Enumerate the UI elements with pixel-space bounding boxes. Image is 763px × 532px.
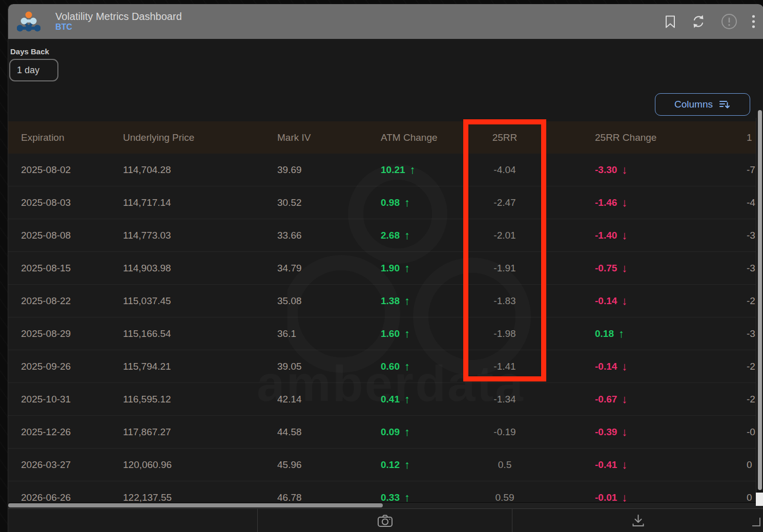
atm-change-cell: 10.21↑ — [381, 154, 416, 186]
info-icon[interactable] — [720, 13, 738, 30]
column-header-expiration[interactable]: Expiration — [21, 121, 65, 154]
underlying-price-cell: 114,704.28 — [123, 154, 171, 186]
expiration-cell: 2025-08-08 — [21, 219, 71, 251]
columns-button[interactable]: Columns — [655, 93, 750, 116]
camera-button[interactable] — [258, 509, 512, 532]
rr25-change-cell: -0.14↓ — [595, 285, 627, 317]
table-row[interactable]: 2025-09-26115,794.2139.050.60↑-1.41-0.14… — [8, 350, 763, 383]
resize-handle-icon[interactable] — [752, 518, 760, 526]
horizontal-scrollbar-thumb[interactable] — [8, 503, 383, 507]
days-back-label: Days Back — [10, 47, 49, 56]
expiration-cell: 2026-03-27 — [21, 449, 71, 481]
scrollbar-corner — [756, 493, 763, 506]
atm-change-cell: 1.38↑ — [381, 285, 410, 317]
down-arrow-icon: ↓ — [622, 393, 627, 406]
column-header-mark-iv[interactable]: Mark IV — [277, 121, 311, 154]
column-header-25rr-change[interactable]: 25RR Change — [595, 121, 656, 154]
rr25-change-cell: 0.18↑ — [595, 317, 624, 350]
mark-iv-cell: 30.52 — [277, 186, 302, 219]
atm-change-cell: 1.60↑ — [381, 317, 410, 350]
table-row[interactable]: 2025-08-22115,037.4535.081.38↑-1.83-0.14… — [8, 285, 763, 317]
up-arrow-icon: ↑ — [618, 327, 624, 341]
table-row[interactable]: 2025-12-26117,867.2744.580.09↑-0.19-0.39… — [8, 416, 763, 449]
down-arrow-icon: ↓ — [622, 360, 627, 373]
mark-iv-cell: 39.05 — [277, 350, 302, 382]
up-arrow-icon: ↑ — [404, 196, 410, 209]
columns-button-label: Columns — [674, 99, 713, 110]
rr25-cell: -1.34 — [463, 383, 546, 415]
vertical-scrollbar-thumb[interactable] — [758, 110, 762, 490]
kebab-menu-icon[interactable] — [752, 14, 755, 29]
up-arrow-icon: ↑ — [404, 294, 410, 308]
atm-change-cell: 0.12↑ — [381, 449, 410, 481]
atm-change-cell: 0.09↑ — [381, 416, 410, 448]
underlying-price-cell: 114,717.14 — [123, 186, 171, 219]
expiration-cell: 2025-12-26 — [21, 416, 71, 448]
expiration-cell: 2025-08-03 — [21, 186, 71, 219]
underlying-price-cell: 120,060.96 — [123, 449, 172, 481]
table-row[interactable]: 2025-08-08114,773.0333.662.68↑-2.01-1.40… — [8, 219, 763, 252]
table-row[interactable]: 2025-08-15114,903.9834.791.90↑-1.91-0.75… — [8, 252, 763, 285]
up-arrow-icon: ↑ — [404, 425, 410, 439]
underlying-price-cell: 117,867.27 — [123, 416, 171, 448]
atm-change-cell: 0.33↑ — [381, 481, 410, 504]
bookmark-icon[interactable] — [664, 15, 676, 29]
atm-change-cell: 0.98↑ — [381, 186, 410, 219]
footer-toolbar — [8, 508, 763, 532]
up-arrow-icon: ↑ — [404, 327, 410, 341]
next-column-cell: -2 — [747, 383, 755, 415]
next-column-cell: 0 — [747, 449, 752, 481]
download-icon — [631, 514, 646, 527]
rr25-change-cell: -3.30↓ — [595, 154, 627, 186]
table-row[interactable]: 2025-08-03114,717.1430.520.98↑-2.47-1.46… — [8, 186, 763, 219]
up-arrow-icon: ↑ — [404, 360, 410, 373]
up-arrow-icon: ↑ — [410, 163, 416, 177]
camera-icon — [377, 514, 393, 527]
up-arrow-icon: ↑ — [404, 229, 410, 242]
mark-iv-cell: 34.79 — [277, 252, 302, 284]
next-column-cell: -7 — [747, 154, 755, 186]
mark-iv-cell: 39.69 — [277, 154, 302, 186]
days-back-select[interactable]: 1 day — [9, 59, 58, 81]
rr25-change-cell: -0.67↓ — [595, 383, 627, 415]
table-row[interactable]: 2025-08-29115,166.5436.11.60↑-1.980.18↑-… — [8, 317, 763, 350]
column-header-atm-change[interactable]: ATM Change — [381, 121, 438, 154]
table-header-row: ExpirationUnderlying PriceMark IVATM Cha… — [8, 121, 763, 154]
atm-change-cell: 0.60↑ — [381, 350, 410, 382]
column-header-underlying-price[interactable]: Underlying Price — [123, 121, 194, 154]
table-row[interactable]: 2025-10-31116,595.1242.140.41↑-1.34-0.67… — [8, 383, 763, 416]
symbol-label: BTC — [55, 23, 182, 32]
table-row[interactable]: 2026-06-26122,137.5546.780.33↑0.59-0.01↓… — [8, 481, 763, 504]
rr25-change-cell: -0.01↓ — [595, 481, 627, 504]
next-column-cell: -0 — [747, 416, 755, 448]
underlying-price-cell: 114,903.98 — [123, 252, 171, 284]
mark-iv-cell: 35.08 — [277, 285, 302, 317]
widget-window: Volatility Metrics Dashboard BTC — [8, 4, 763, 532]
rr25-change-cell: -0.41↓ — [595, 449, 627, 481]
rr25-cell: 0.5 — [463, 449, 546, 481]
rr25-change-cell: -1.46↓ — [595, 186, 627, 219]
download-button[interactable] — [512, 509, 763, 532]
expiration-cell: 2025-08-15 — [21, 252, 71, 284]
next-column-cell: -2 — [747, 350, 755, 382]
underlying-price-cell: 114,773.03 — [123, 219, 171, 251]
rr25-change-cell: -0.14↓ — [595, 350, 627, 382]
underlying-price-cell: 116,595.12 — [123, 383, 171, 415]
rr25-cell: -0.19 — [463, 416, 546, 448]
expiration-cell: 2025-08-22 — [21, 285, 71, 317]
next-column-cell: 0 — [747, 481, 752, 504]
down-arrow-icon: ↓ — [622, 229, 627, 242]
rr25-cell: 0.59 — [463, 481, 546, 504]
next-column-cell: -2 — [747, 285, 755, 317]
table-row[interactable]: 2026-03-27120,060.9645.960.12↑0.5-0.41↓0 — [8, 449, 763, 481]
atm-change-cell: 2.68↑ — [381, 219, 410, 251]
table-row[interactable]: 2025-08-02114,704.2839.6910.21↑-4.04-3.3… — [8, 154, 763, 186]
next-column-cell: -4 — [747, 186, 755, 219]
down-arrow-icon: ↓ — [622, 294, 627, 308]
atm-change-cell: 1.90↑ — [381, 252, 410, 284]
column-header-next-column[interactable]: 1 — [747, 121, 752, 154]
mark-iv-cell: 44.58 — [277, 416, 302, 448]
refresh-icon[interactable] — [690, 14, 707, 29]
rr25-change-cell: -0.39↓ — [595, 416, 627, 448]
mark-iv-cell: 42.14 — [277, 383, 302, 415]
